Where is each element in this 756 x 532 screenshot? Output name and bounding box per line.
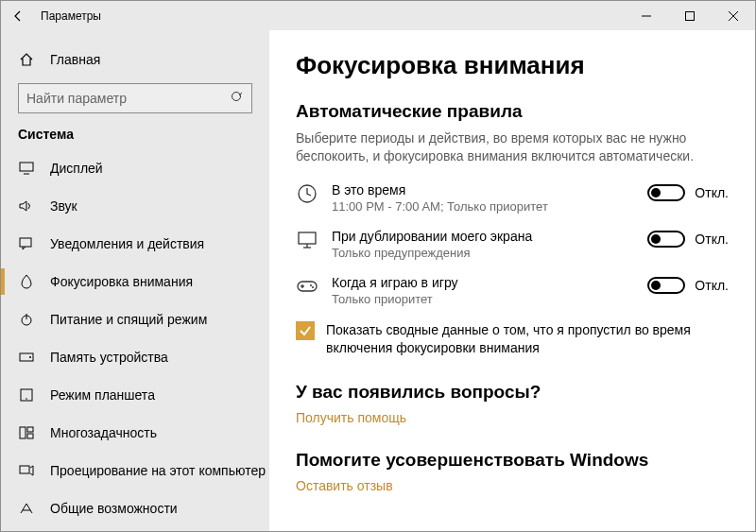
notifications-icon (18, 237, 35, 250)
back-button[interactable] (1, 1, 35, 30)
home-label: Главная (50, 52, 100, 67)
sidebar-item-storage[interactable]: Память устройства (1, 338, 269, 376)
help-heading: У вас появились вопросы? (296, 382, 729, 403)
sidebar-item-label: Многозадачность (50, 425, 157, 440)
summary-checkbox-label: Показать сводные данные о том, что я про… (326, 321, 713, 357)
sidebar-item-multitasking[interactable]: Многозадачность (1, 414, 269, 452)
sidebar-item-notifications[interactable]: Уведомления и действия (1, 225, 269, 263)
sidebar-item-label: Дисплей (50, 161, 103, 176)
svg-rect-6 (20, 163, 33, 171)
sidebar-item-tablet[interactable]: Режим планшета (1, 376, 269, 414)
sidebar-item-label: Режим планшета (50, 387, 155, 403)
sidebar-item-shared[interactable]: Общие возможности (1, 489, 269, 527)
rule-duplicate-display[interactable]: При дублировании моего экрана Только пре… (296, 229, 729, 260)
rule-time[interactable]: В это время 11:00 PM - 7:00 AM; Только п… (296, 182, 729, 214)
feedback-heading: Помогите усовершенствовать Windows (296, 450, 729, 471)
rule-game-toggle[interactable] (647, 277, 685, 294)
svg-rect-1 (686, 11, 695, 20)
sidebar-nav: Дисплей Звук Уведомления и действия Фоку… (1, 149, 269, 527)
svg-rect-8 (20, 238, 31, 247)
rule-subtitle: Только предупреждения (332, 246, 615, 260)
rule-title: В это время (332, 182, 615, 197)
storage-icon (18, 351, 35, 364)
help-link[interactable]: Получить помощь (296, 410, 729, 425)
sidebar-section-title: Система (1, 127, 269, 149)
home-link[interactable]: Главная (1, 43, 269, 76)
svg-point-14 (26, 398, 27, 400)
sidebar-item-sound[interactable]: Звук (1, 187, 269, 225)
sidebar-item-power[interactable]: Питание и спящий режим (1, 300, 269, 338)
svg-rect-15 (20, 427, 26, 438)
rules-heading: Автоматические правила (296, 101, 729, 122)
svg-point-28 (312, 286, 314, 288)
sidebar-item-label: Общие возможности (50, 501, 178, 516)
titlebar: Параметры (1, 1, 755, 30)
rules-description: Выберите периоды и действия, во время ко… (296, 129, 702, 165)
svg-point-27 (310, 284, 312, 286)
shared-icon (18, 502, 35, 515)
search-input[interactable] (18, 83, 252, 113)
rule-title: Когда я играю в игру (332, 275, 615, 290)
sidebar-item-focus-assist[interactable]: Фокусировка внимания (1, 263, 269, 300)
rule-game[interactable]: Когда я играю в игру Только приоритет От… (296, 275, 729, 306)
multitask-icon (18, 426, 35, 439)
sidebar-item-label: Звук (50, 198, 77, 214)
search-icon (231, 91, 244, 107)
sidebar-item-display[interactable]: Дисплей (1, 149, 269, 187)
minimize-button[interactable] (625, 1, 668, 30)
svg-rect-18 (20, 466, 29, 473)
project-icon (18, 464, 35, 477)
sound-icon (18, 199, 35, 213)
toggle-label: Откл. (695, 185, 729, 200)
home-icon (18, 52, 35, 67)
rule-time-toggle[interactable] (647, 184, 685, 201)
svg-point-4 (232, 92, 241, 100)
content-area: Фокусировка внимания Автоматические прав… (269, 30, 755, 531)
rule-subtitle: Только приоритет (332, 292, 615, 306)
toggle-label: Откл. (695, 232, 729, 247)
sidebar-item-label: Фокусировка внимания (50, 274, 193, 289)
focus-icon (18, 274, 35, 289)
toggle-label: Откл. (695, 278, 729, 293)
rule-display-toggle[interactable] (647, 231, 685, 248)
page-title: Фокусировка внимания (296, 51, 729, 80)
maximize-button[interactable] (668, 1, 712, 30)
svg-rect-17 (27, 434, 33, 438)
window-title: Параметры (41, 9, 101, 23)
rule-subtitle: 11:00 PM - 7:00 AM; Только приоритет (332, 199, 615, 214)
display-icon (18, 162, 35, 175)
sidebar-item-label: Уведомления и действия (50, 236, 204, 251)
sidebar-item-projecting[interactable]: Проецирование на этот компьютер (1, 452, 269, 489)
search-field[interactable] (26, 91, 231, 106)
feedback-link[interactable]: Оставить отзыв (296, 478, 729, 493)
monitor-icon (296, 229, 318, 251)
svg-rect-21 (299, 232, 316, 244)
close-button[interactable] (712, 1, 755, 30)
sidebar-item-label: Память устройства (50, 350, 168, 365)
power-icon (18, 312, 35, 327)
gamepad-icon (296, 275, 318, 298)
tablet-icon (18, 388, 35, 402)
clock-icon (296, 182, 318, 205)
sidebar: Главная Система Дисплей Звук (1, 30, 269, 531)
sidebar-item-label: Питание и спящий режим (50, 312, 207, 327)
rule-title: При дублировании моего экрана (332, 229, 615, 244)
svg-rect-16 (27, 427, 33, 432)
summary-checkbox[interactable] (296, 321, 315, 340)
sidebar-item-label: Проецирование на этот компьютер (50, 463, 266, 478)
svg-point-12 (29, 356, 31, 358)
